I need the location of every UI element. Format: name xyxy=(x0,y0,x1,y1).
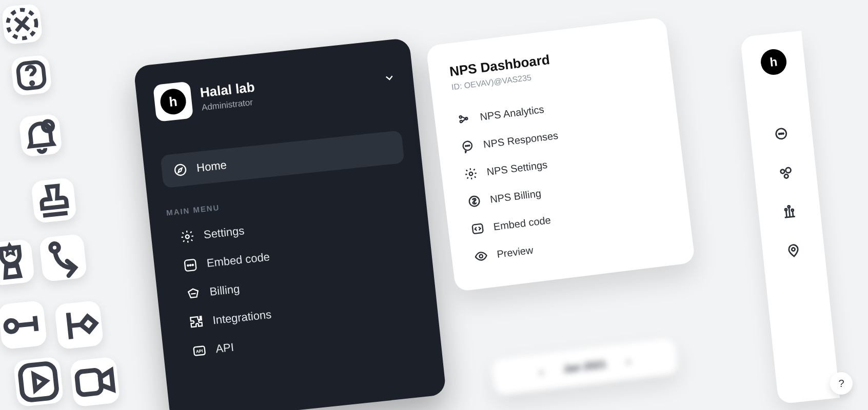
tile-help[interactable] xyxy=(10,54,52,96)
dollar-icon xyxy=(467,194,482,209)
svg-point-16 xyxy=(459,116,462,118)
item-label: NPS Settings xyxy=(486,158,548,177)
svg-point-29 xyxy=(781,133,782,134)
date-selector-ghost: ‹ Jan 2021 › xyxy=(491,337,679,396)
svg-point-37 xyxy=(792,248,795,251)
nps-dashboard-card: NPS Dashboard ID: OEVAV)@VAS235 NPS Anal… xyxy=(426,17,695,292)
svg-point-2 xyxy=(31,82,33,84)
menu-label: Billing xyxy=(209,282,240,299)
svg-point-5 xyxy=(5,320,17,332)
pin-icon xyxy=(785,242,802,259)
svg-point-28 xyxy=(779,133,780,134)
rail-chart[interactable] xyxy=(781,203,798,222)
compass-icon xyxy=(172,162,188,178)
item-label: Embed code xyxy=(493,214,551,233)
rail-bubbles[interactable] xyxy=(777,165,794,183)
gear-icon xyxy=(180,229,195,244)
svg-point-31 xyxy=(780,169,784,173)
tile-trophy[interactable] xyxy=(0,239,35,286)
item-label: NPS Billing xyxy=(489,187,542,205)
code-brackets-icon xyxy=(183,257,199,273)
video-icon xyxy=(70,357,121,407)
gear-icon xyxy=(464,167,479,181)
rail-chat[interactable] xyxy=(773,126,790,145)
tile-bounce[interactable] xyxy=(39,234,88,282)
close-icon xyxy=(1,3,43,45)
chat-icon xyxy=(773,126,790,143)
svg-point-35 xyxy=(788,206,790,208)
chevron-down-icon xyxy=(383,71,397,87)
svg-point-22 xyxy=(469,145,470,146)
svg-point-21 xyxy=(467,145,468,146)
ghost-label: Jan 2021 xyxy=(563,358,607,375)
item-label: NPS Responses xyxy=(483,129,559,150)
item-label: NPS Analytics xyxy=(479,103,544,122)
tile-close[interactable] xyxy=(1,3,43,45)
svg-rect-7 xyxy=(76,370,102,395)
svg-point-4 xyxy=(50,243,59,252)
eye-icon xyxy=(474,249,488,263)
item-label: Preview xyxy=(496,244,534,260)
svg-text:API: API xyxy=(196,348,203,354)
play-icon xyxy=(13,357,64,407)
svg-point-30 xyxy=(782,133,783,134)
tile-play[interactable] xyxy=(13,357,64,407)
bubbles-icon xyxy=(777,165,794,181)
menu-label: Settings xyxy=(203,224,245,241)
rail-logo[interactable]: h xyxy=(760,48,788,76)
workspace-logo: h xyxy=(153,81,193,122)
sidebar-panel: h Halal lab Administrator Home MAIN MENU… xyxy=(133,38,446,410)
trophy-star-icon xyxy=(0,239,35,286)
rail-pin[interactable] xyxy=(785,242,802,261)
svg-point-36 xyxy=(792,209,794,211)
tile-stamp[interactable] xyxy=(31,177,77,223)
help-fab[interactable]: ? xyxy=(830,372,853,395)
card-icon xyxy=(186,286,202,302)
tile-node-l[interactable] xyxy=(0,300,47,350)
compact-rail: h xyxy=(740,31,840,404)
api-icon: API xyxy=(191,343,207,359)
svg-point-12 xyxy=(190,264,191,266)
chart-icon xyxy=(781,203,798,220)
stamp-icon xyxy=(31,177,77,223)
svg-point-9 xyxy=(185,235,189,239)
svg-point-17 xyxy=(460,120,463,123)
svg-point-23 xyxy=(469,172,472,176)
svg-point-11 xyxy=(187,265,189,266)
menu-label: Integrations xyxy=(212,308,272,327)
bounce-icon xyxy=(39,234,88,282)
bell-slash-icon xyxy=(18,113,63,157)
nav-home-label: Home xyxy=(196,158,227,175)
svg-point-8 xyxy=(174,164,186,176)
node-diamond-icon xyxy=(54,300,104,350)
menu-label: Embed code xyxy=(206,250,271,270)
svg-point-34 xyxy=(785,209,787,211)
analytics-icon xyxy=(457,111,471,126)
svg-point-26 xyxy=(479,254,483,258)
svg-point-32 xyxy=(785,168,791,173)
tile-node-d[interactable] xyxy=(54,300,104,350)
tile-video[interactable] xyxy=(70,357,121,407)
chat-icon xyxy=(460,139,475,154)
svg-point-20 xyxy=(465,146,466,147)
svg-rect-25 xyxy=(472,224,483,234)
svg-point-13 xyxy=(192,264,193,266)
code-icon xyxy=(470,221,485,236)
puzzle-icon xyxy=(188,315,204,331)
tile-bell[interactable] xyxy=(18,113,63,157)
svg-point-33 xyxy=(784,174,788,178)
help-icon xyxy=(10,54,52,96)
node-left-icon xyxy=(0,300,47,350)
help-glyph: ? xyxy=(838,378,844,389)
menu-label: API xyxy=(215,341,234,356)
svg-rect-6 xyxy=(19,363,57,401)
